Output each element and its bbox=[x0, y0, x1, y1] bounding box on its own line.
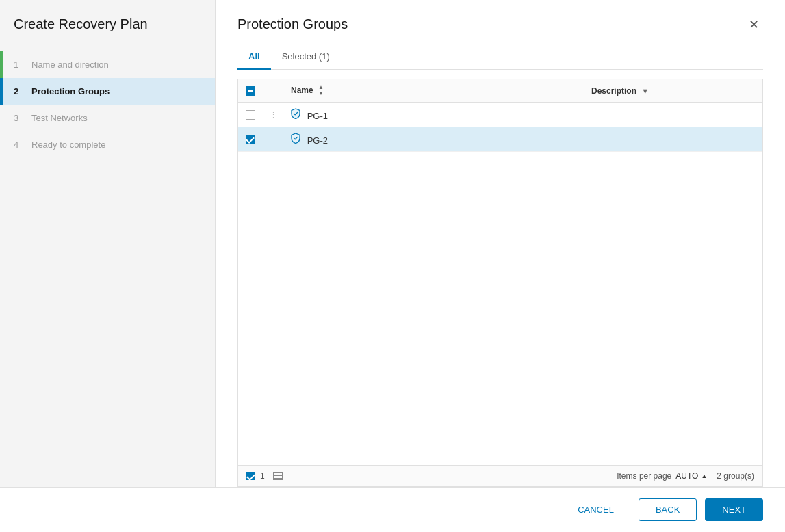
table-row: ⋮ PG-2 bbox=[238, 127, 762, 152]
row-pg1-check-cell[interactable] bbox=[238, 103, 263, 127]
table-row: ⋮ PG-1 bbox=[238, 103, 762, 127]
row-pg2-description bbox=[584, 127, 762, 152]
close-button[interactable]: ✕ bbox=[745, 17, 763, 32]
table-header-row: Name ▲ ▼ Description ▼ bbox=[238, 79, 762, 103]
items-per-page-select[interactable]: AUTO ▲ bbox=[675, 471, 707, 481]
sidebar-step-4: 4 Ready to complete bbox=[0, 131, 215, 158]
table-header-check[interactable] bbox=[238, 79, 263, 103]
sort-up-icon[interactable]: ▲ bbox=[318, 85, 324, 90]
row-pg1-drag: ⋮ bbox=[263, 103, 284, 127]
row-pg1-name: PG-1 bbox=[284, 103, 584, 127]
main-content: Protection Groups ✕ All Selected (1) bbox=[216, 0, 785, 487]
sort-down-icon[interactable]: ▼ bbox=[318, 91, 324, 96]
sidebar-title: Create Recovery Plan bbox=[0, 16, 215, 51]
items-per-page-chevron[interactable]: ▲ bbox=[701, 473, 707, 479]
sidebar-step-label-1: Name and direction bbox=[31, 59, 109, 70]
items-per-page-value: AUTO bbox=[675, 471, 698, 481]
sidebar: Create Recovery Plan 1 Name and directio… bbox=[0, 0, 216, 487]
table-footer-right: Items per page AUTO ▲ 2 group(s) bbox=[617, 471, 754, 481]
sidebar-steps: 1 Name and direction 2 Protection Groups… bbox=[0, 51, 215, 158]
pg1-shield-icon bbox=[291, 108, 300, 119]
row-pg2-name: PG-2 bbox=[284, 127, 584, 152]
step-num-1: 1 bbox=[14, 59, 25, 70]
name-sort-icons[interactable]: ▲ ▼ bbox=[318, 85, 324, 96]
row-pg1-checkbox[interactable] bbox=[246, 110, 255, 120]
sidebar-step-label-4: Ready to complete bbox=[31, 139, 105, 150]
sidebar-step-3: 3 Test Networks bbox=[0, 105, 215, 131]
back-button[interactable]: BACK bbox=[639, 498, 697, 521]
select-all-checkbox[interactable] bbox=[246, 86, 255, 96]
table-header-drag bbox=[263, 79, 284, 103]
step-num-3: 3 bbox=[14, 113, 25, 123]
drag-handle-icon: ⋮ bbox=[270, 135, 277, 144]
total-groups-label: 2 group(s) bbox=[717, 471, 754, 481]
footer-checked-icon bbox=[246, 472, 255, 480]
step-num-4: 4 bbox=[14, 139, 25, 150]
step-num-2: 2 bbox=[14, 86, 25, 96]
row-pg2-check-cell[interactable] bbox=[238, 127, 263, 152]
table-footer: 1 Items per page AUTO ▲ 2 group(s) bbox=[237, 466, 763, 487]
pg2-shield-icon bbox=[291, 133, 300, 144]
sidebar-step-label-2: Protection Groups bbox=[31, 86, 110, 96]
footer-selected-count: 1 bbox=[260, 471, 265, 481]
footer-grid-icon bbox=[273, 472, 283, 480]
table-header-description[interactable]: Description ▼ bbox=[584, 79, 762, 103]
main-title: Protection Groups bbox=[237, 16, 348, 32]
drag-handle-icon: ⋮ bbox=[270, 111, 277, 119]
next-button[interactable]: NEXT bbox=[705, 498, 763, 521]
create-recovery-plan-dialog: Create Recovery Plan 1 Name and directio… bbox=[0, 0, 785, 532]
row-pg2-checkbox[interactable] bbox=[246, 135, 255, 144]
sidebar-step-2: 2 Protection Groups bbox=[0, 78, 215, 105]
row-pg2-drag: ⋮ bbox=[263, 127, 284, 152]
row-pg1-description bbox=[584, 103, 762, 127]
tab-selected[interactable]: Selected (1) bbox=[271, 46, 341, 70]
cancel-button[interactable]: CANCEL bbox=[561, 499, 630, 520]
tabs-container: All Selected (1) bbox=[237, 46, 763, 70]
main-header: Protection Groups ✕ bbox=[237, 16, 763, 32]
sidebar-step-label-3: Test Networks bbox=[31, 113, 88, 123]
table-footer-left: 1 bbox=[246, 471, 617, 481]
tab-all[interactable]: All bbox=[237, 46, 271, 70]
sidebar-step-1: 1 Name and direction bbox=[0, 51, 215, 78]
items-per-page-label: Items per page bbox=[617, 471, 671, 481]
description-filter-icon[interactable]: ▼ bbox=[641, 87, 649, 95]
dialog-footer: CANCEL BACK NEXT bbox=[0, 487, 785, 532]
protection-groups-table: Name ▲ ▼ Description ▼ bbox=[237, 79, 763, 466]
table-header-name[interactable]: Name ▲ ▼ bbox=[284, 79, 584, 103]
table-body: ⋮ PG-1 bbox=[238, 103, 762, 152]
